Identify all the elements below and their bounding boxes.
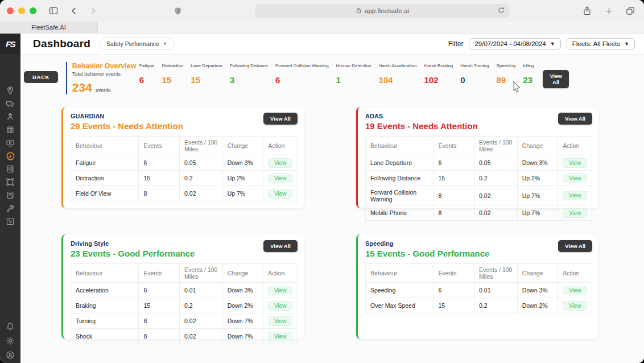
cell-events: 6: [434, 155, 474, 171]
cell-change: Down 3%: [222, 155, 263, 171]
cell-behaviour: Braking: [71, 298, 139, 314]
cards-grid: GUARDIAN 29 Events - Needs Attention Vie…: [61, 107, 598, 339]
user-circle-icon: [6, 350, 15, 360]
table-row: Lane Departure 6 0.05 Down 3% View: [366, 155, 592, 171]
sidebar-item-cargo[interactable]: [3, 125, 17, 134]
metric-label: Forward Collision Warning: [275, 63, 329, 68]
view-button[interactable]: View: [268, 301, 292, 311]
card-view-all-button[interactable]: View All: [263, 240, 298, 252]
metric-value: 23: [523, 75, 534, 85]
cell-behaviour: Turning: [71, 314, 139, 329]
sidebar-item-reports[interactable]: [3, 191, 17, 200]
id-card-icon: [6, 164, 15, 174]
overview-metric: Harsh Braking 102: [424, 63, 453, 85]
metric-label: Distraction: [162, 63, 184, 68]
notifications-button[interactable]: [3, 322, 17, 331]
lock-icon: [356, 7, 362, 15]
behavior-card: Driving Style 23 Events - Good Performan…: [61, 234, 304, 339]
sidebar-item-geofence[interactable]: [3, 178, 17, 187]
tab-overview-icon[interactable]: [624, 4, 637, 18]
sidebar-item-tracking[interactable]: [3, 86, 17, 95]
cell-action: View: [263, 283, 298, 298]
sidebar-item-video[interactable]: [3, 138, 17, 147]
cell-action: View: [558, 186, 592, 205]
page-title: Dashboard: [33, 38, 90, 50]
view-selector-dropdown[interactable]: Safety Performance ▼: [100, 38, 175, 50]
cell-action: View: [263, 155, 298, 171]
table-row: Mobile Phone 8 0.02 Up 7% View: [366, 205, 592, 221]
events-table: Behaviour Events Events / 100 Miles Chan…: [365, 136, 592, 221]
metric-value: 15: [162, 75, 184, 85]
view-button[interactable]: View: [563, 208, 587, 218]
table-row: Fatigue 6 0.05 Down 3% View: [71, 155, 298, 171]
view-button[interactable]: View: [268, 174, 292, 183]
address-bar[interactable]: app.fleetsafe.ai: [255, 4, 510, 18]
cell-behaviour: Shock: [71, 329, 139, 344]
events-table: Behaviour Events Events / 100 Miles Chan…: [71, 263, 298, 344]
card-view-all-button[interactable]: View All: [263, 113, 298, 125]
overview-metric: Idling 23: [523, 63, 534, 85]
card-view-all-button[interactable]: View All: [558, 113, 592, 125]
table-header-row: Behaviour Events Events / 100 Miles Chan…: [366, 264, 592, 283]
close-window-button[interactable]: [7, 7, 14, 14]
cell-change: Up 7%: [222, 186, 263, 201]
metric-label: Harsh Turning: [460, 63, 489, 68]
cell-action: View: [558, 171, 592, 186]
cell-events: 15: [434, 171, 474, 186]
view-button[interactable]: View: [563, 174, 587, 183]
fleetsafe-logo[interactable]: FS: [0, 34, 20, 54]
cell-events: 8: [139, 314, 180, 329]
view-button[interactable]: View: [268, 286, 292, 295]
window-controls: [7, 7, 36, 14]
sidebar-item-vehicles[interactable]: [3, 99, 17, 108]
back-button[interactable]: BACK: [24, 71, 58, 83]
view-button[interactable]: View: [268, 332, 292, 341]
sidebar-item-maintenance[interactable]: [3, 204, 17, 213]
metric-label: Lane Departure: [191, 63, 222, 68]
cell-events: 6: [139, 283, 180, 298]
metric-value: 0: [460, 75, 489, 85]
cell-behaviour: Speeding: [366, 283, 434, 298]
sidebar-item-drivers[interactable]: [3, 112, 17, 121]
view-button[interactable]: View: [268, 189, 292, 199]
overview-subtitle: Total behavior events: [72, 71, 139, 77]
truck-icon: [6, 99, 15, 108]
view-button[interactable]: View: [563, 286, 587, 295]
cell-action: View: [558, 298, 592, 314]
share-icon[interactable]: [580, 4, 594, 18]
new-tab-icon[interactable]: [602, 4, 616, 18]
browser-tab[interactable]: FleetSafe.AI: [0, 22, 98, 33]
sidebar-item-safety-active[interactable]: [3, 151, 17, 160]
sidebar-toggle-icon[interactable]: [47, 4, 60, 18]
privacy-shield-icon[interactable]: [171, 4, 184, 18]
fleet-select[interactable]: Fleets: All Fleets ▼: [567, 38, 635, 50]
overview-view-all-button[interactable]: View All: [543, 70, 568, 88]
view-button[interactable]: View: [268, 158, 292, 168]
cell-change: Down 7%: [222, 314, 263, 329]
sidebar-item-contacts[interactable]: [3, 164, 17, 174]
date-range-select[interactable]: 29/07/2024 - 04/08/2024 ▼: [469, 38, 560, 50]
sidebar-item-map[interactable]: [3, 217, 17, 226]
cell-per-100-miles: 0.02: [474, 205, 518, 221]
cell-per-100-miles: 0.2: [474, 171, 518, 186]
reload-icon[interactable]: [497, 6, 505, 15]
view-button[interactable]: View: [268, 316, 292, 326]
driver-icon: [6, 112, 15, 121]
back-icon[interactable]: [67, 4, 81, 18]
chevron-down-icon: ▼: [624, 41, 629, 47]
view-button[interactable]: View: [563, 191, 587, 200]
zoom-window-button[interactable]: [30, 7, 36, 14]
view-button[interactable]: View: [563, 158, 587, 168]
tab-bar: FleetSafe.AI: [0, 22, 644, 34]
settings-button[interactable]: [3, 336, 17, 345]
metric-value: 104: [378, 75, 416, 85]
cell-events: 8: [139, 329, 180, 344]
profile-button[interactable]: [3, 350, 17, 360]
card-view-all-button[interactable]: View All: [558, 240, 592, 252]
minimize-window-button[interactable]: [18, 7, 25, 14]
cell-change: Up 2%: [222, 171, 263, 186]
view-button[interactable]: View: [563, 301, 587, 311]
chevron-down-icon: ▼: [163, 41, 168, 47]
table-row: Turning 8 0.02 Down 7% View: [71, 314, 298, 329]
forward-icon[interactable]: [86, 4, 100, 18]
